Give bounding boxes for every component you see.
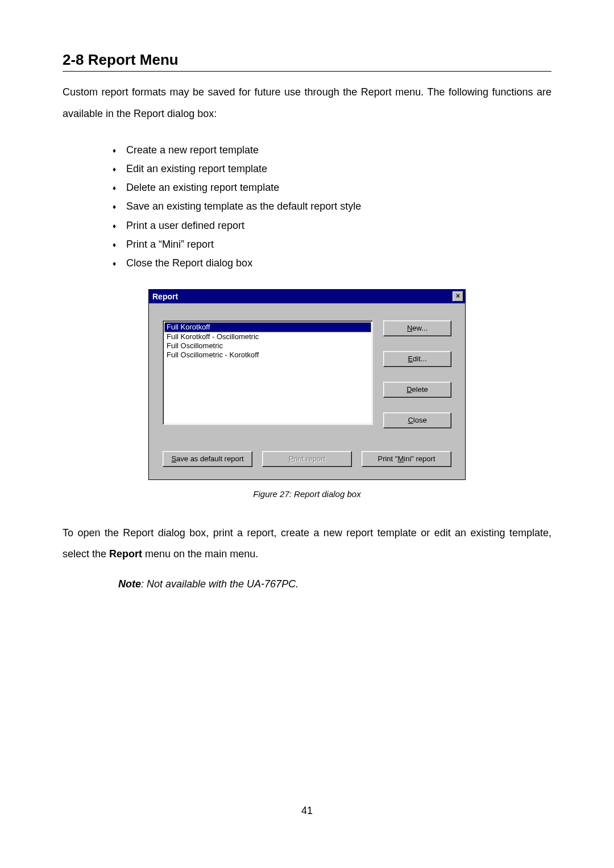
dialog-main-row: Full Korotkoff Full Korotkoff - Oscillom… — [163, 320, 451, 428]
dialog-title: Report — [152, 292, 178, 301]
dialog-titlebar[interactable]: Report × — [149, 290, 465, 303]
print-report-button: Print report — [262, 451, 352, 467]
list-item[interactable]: Full Oscillometric - Korotkoff — [164, 350, 371, 360]
dialog-bottom-buttons: Save as default report Print report Prin… — [163, 451, 451, 467]
page-number: 41 — [0, 805, 614, 817]
list-item: Delete an existing report template — [113, 178, 551, 197]
save-default-button[interactable]: Save as default report — [163, 451, 252, 467]
figure-caption: Figure 27: Report dialog box — [63, 489, 551, 499]
new-button[interactable]: New... — [383, 320, 451, 336]
report-template-list[interactable]: Full Korotkoff Full Korotkoff - Oscillom… — [163, 320, 373, 425]
outro-paragraph: To open the Report dialog box, print a r… — [63, 523, 551, 566]
dialog-body: Full Korotkoff Full Korotkoff - Oscillom… — [149, 303, 465, 479]
list-item: Create a new report template — [113, 141, 551, 160]
title-underline — [63, 71, 551, 72]
delete-button[interactable]: Delete — [383, 382, 451, 398]
dialog-side-buttons: New... Edit... Delete Close — [383, 320, 451, 428]
list-item: Save an existing template as the default… — [113, 197, 551, 216]
section-title: 2-8 Report Menu — [63, 51, 551, 69]
feature-list: Create a new report template Edit an exi… — [113, 141, 551, 273]
list-item: Print a “Mini” report — [113, 235, 551, 254]
note-line: Note: Not available with the UA-767PC. — [118, 575, 551, 593]
intro-paragraph: Custom report formats may be saved for f… — [63, 82, 551, 125]
list-item[interactable]: Full Oscillometric — [164, 341, 371, 350]
close-button[interactable]: Close — [383, 412, 451, 428]
list-item: Print a user defined report — [113, 216, 551, 235]
edit-button[interactable]: Edit... — [383, 351, 451, 367]
print-mini-button[interactable]: Print "Mini" report — [362, 451, 451, 467]
list-item: Edit an existing report template — [113, 160, 551, 178]
list-item-selected[interactable]: Full Korotkoff — [164, 322, 371, 332]
document-page: 2-8 Report Menu Custom report formats ma… — [0, 0, 614, 868]
close-icon[interactable]: × — [453, 291, 463, 302]
report-dialog: Report × Full Korotkoff Full Korotkoff -… — [148, 289, 466, 480]
list-item[interactable]: Full Korotkoff - Oscillometric — [164, 332, 371, 341]
list-item: Close the Report dialog box — [113, 254, 551, 273]
